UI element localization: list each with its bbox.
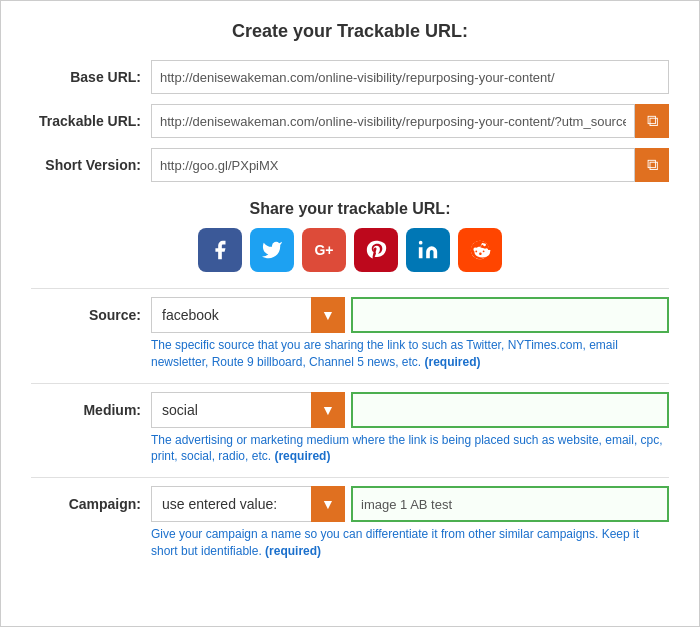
source-label: Source: [31,307,151,323]
source-dropdown-arrow[interactable]: ▼ [311,297,345,333]
campaign-dropdown-value[interactable]: use entered value: [151,486,311,522]
campaign-dropdown-group: use entered value: ▼ [151,486,345,522]
linkedin-share-button[interactable] [406,228,450,272]
campaign-field-row: Campaign: use entered value: ▼ [31,486,669,522]
twitter-share-button[interactable] [250,228,294,272]
source-value-input[interactable] [351,297,669,333]
facebook-share-button[interactable] [198,228,242,272]
campaign-dropdown-arrow[interactable]: ▼ [311,486,345,522]
divider-1 [31,288,669,289]
trackable-url-input[interactable] [151,104,635,138]
short-version-label: Short Version: [31,157,151,173]
trackable-url-row: Trackable URL: ⧉ [31,104,669,138]
svg-point-0 [419,241,423,245]
medium-label: Medium: [31,402,151,418]
campaign-value-input[interactable] [351,486,669,522]
medium-field-row: Medium: social ▼ [31,392,669,428]
medium-hint: The advertising or marketing medium wher… [151,432,669,466]
medium-section: Medium: social ▼ The advertising or mark… [31,392,669,466]
divider-2 [31,383,669,384]
base-url-label: Base URL: [31,69,151,85]
base-url-input[interactable] [151,60,669,94]
campaign-label: Campaign: [31,496,151,512]
source-field-row: Source: facebook ▼ [31,297,669,333]
medium-dropdown-arrow[interactable]: ▼ [311,392,345,428]
page-title: Create your Trackable URL: [31,21,669,42]
pinterest-share-button[interactable] [354,228,398,272]
share-section: Share your trackable URL: G+ [31,200,669,272]
trackable-url-label: Trackable URL: [31,113,151,129]
share-title: Share your trackable URL: [31,200,669,218]
medium-value-input[interactable] [351,392,669,428]
googleplus-share-button[interactable]: G+ [302,228,346,272]
copy-short-version-button[interactable]: ⧉ [635,148,669,182]
short-version-input[interactable] [151,148,635,182]
medium-dropdown-group: social ▼ [151,392,345,428]
source-section: Source: facebook ▼ The specific source t… [31,297,669,371]
social-icons-container: G+ [31,228,669,272]
reddit-share-button[interactable] [458,228,502,272]
campaign-section: Campaign: use entered value: ▼ Give your… [31,486,669,560]
short-version-row: Short Version: ⧉ [31,148,669,182]
campaign-hint: Give your campaign a name so you can dif… [151,526,669,560]
source-dropdown-group: facebook ▼ [151,297,345,333]
medium-dropdown-value[interactable]: social [151,392,311,428]
divider-3 [31,477,669,478]
source-hint: The specific source that you are sharing… [151,337,669,371]
source-dropdown-value[interactable]: facebook [151,297,311,333]
base-url-row: Base URL: [31,60,669,94]
copy-trackable-url-button[interactable]: ⧉ [635,104,669,138]
